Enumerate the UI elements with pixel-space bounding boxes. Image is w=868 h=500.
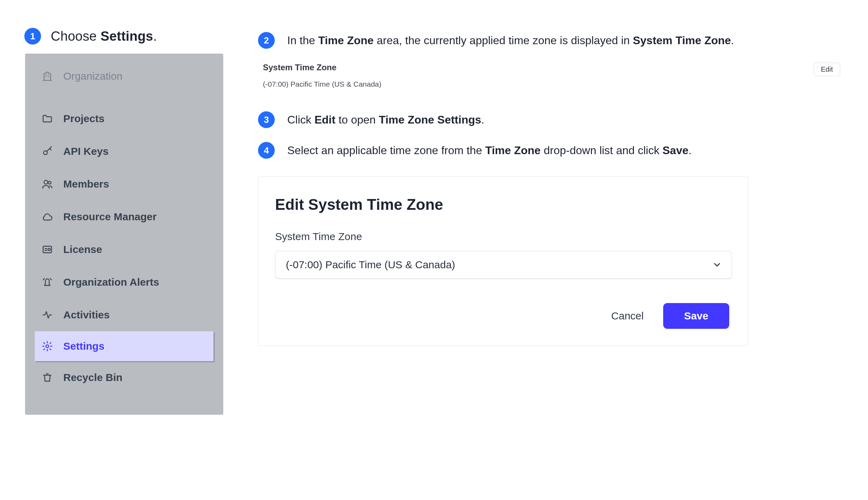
step-badge-2: 2 (258, 32, 275, 49)
step-1-text: Choose Settings. (51, 29, 157, 44)
sidebar-item-license[interactable]: License (25, 233, 223, 266)
sidebar-item-activities[interactable]: Activities (25, 299, 223, 331)
step-4-text: Select an applicable time zone from the … (287, 143, 692, 158)
sidebar-item-projects[interactable]: Projects (25, 102, 223, 135)
dialog-title: Edit System Time Zone (275, 196, 731, 213)
activity-icon (41, 309, 54, 321)
sidebar-item-label: Resource Manager (63, 211, 156, 223)
cancel-button[interactable]: Cancel (611, 310, 644, 322)
sidebar-item-label: Activities (63, 309, 110, 321)
svg-point-1 (44, 180, 48, 184)
key-icon (41, 145, 54, 158)
sidebar-item-api-keys[interactable]: API Keys (25, 135, 223, 168)
timezone-summary-title: System Time Zone (263, 63, 381, 72)
people-icon (41, 178, 54, 190)
edit-button[interactable]: Edit (814, 63, 840, 76)
trash-icon (41, 371, 54, 384)
timezone-summary-value: (-07:00) Pacific Time (US & Canada) (263, 80, 381, 88)
folder-icon (41, 112, 54, 125)
sidebar-item-label: Organization (63, 70, 122, 82)
svg-point-4 (48, 248, 50, 251)
step-2-text: In the Time Zone area, the currently app… (287, 33, 734, 48)
sidebar-item-label: Recycle Bin (63, 372, 122, 383)
step-3: 3 Click Edit to open Time Zone Settings. (258, 111, 842, 128)
alert-icon (41, 276, 54, 288)
step-3-text: Click Edit to open Time Zone Settings. (287, 112, 484, 128)
building-icon (41, 70, 54, 82)
sidebar-item-resource-manager[interactable]: Resource Manager (25, 200, 223, 233)
sidebar-item-label: Organization Alerts (63, 276, 159, 288)
gear-icon (41, 340, 54, 352)
timezone-select-value: (-07:00) Pacific Time (US & Canada) (286, 259, 455, 271)
sidebar-item-members[interactable]: Members (25, 168, 223, 200)
license-icon (41, 243, 54, 256)
step-2: 2 In the Time Zone area, the currently a… (258, 32, 842, 49)
step-badge-1: 1 (24, 28, 41, 45)
step-4: 4 Select an applicable time zone from th… (258, 142, 842, 159)
sidebar-item-settings[interactable]: Settings (35, 331, 214, 361)
step-badge-4: 4 (258, 142, 275, 159)
sidebar-item-label: Settings (63, 340, 104, 352)
svg-point-5 (46, 345, 49, 348)
step-badge-3: 3 (258, 111, 275, 128)
timezone-select[interactable]: (-07:00) Pacific Time (US & Canada) (275, 251, 732, 279)
sidebar-item-recycle-bin[interactable]: Recycle Bin (25, 361, 223, 394)
sidebar-item-organization[interactable]: Organization (25, 60, 223, 93)
save-button[interactable]: Save (663, 303, 729, 329)
sidebar: Organization Projects API Keys Members (25, 54, 223, 415)
sidebar-item-label: License (63, 244, 102, 255)
cloud-icon (41, 211, 54, 223)
sidebar-item-label: API Keys (63, 145, 108, 157)
dialog-field-label: System Time Zone (275, 231, 731, 243)
chevron-down-icon (712, 260, 722, 270)
sidebar-item-organization-alerts[interactable]: Organization Alerts (25, 266, 223, 299)
svg-point-2 (48, 181, 51, 184)
sidebar-item-label: Members (63, 178, 109, 190)
timezone-summary-panel: System Time Zone (-07:00) Pacific Time (… (258, 63, 842, 88)
edit-timezone-dialog: Edit System Time Zone System Time Zone (… (258, 176, 748, 346)
sidebar-item-label: Projects (63, 113, 104, 125)
